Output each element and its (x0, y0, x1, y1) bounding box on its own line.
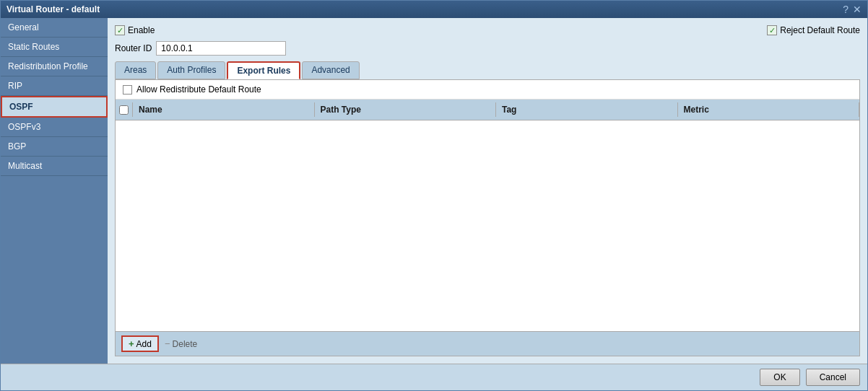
sidebar-item-rip[interactable]: RIP (1, 76, 108, 96)
title-bar-icons: ? ✕ (843, 4, 862, 15)
table-footer: + Add − Delete (116, 331, 859, 356)
reject-default-group: ✓ Reject Default Route (767, 25, 860, 35)
tab-export-rules[interactable]: Export Rules (227, 61, 300, 79)
sidebar-item-static-routes[interactable]: Static Routes (1, 38, 108, 57)
top-bar: ✓ Enable ✓ Reject Default Route (115, 25, 860, 35)
main-panel: ✓ Enable ✓ Reject Default Route Router I… (108, 18, 867, 364)
enable-checkbox-label[interactable]: ✓ Enable (115, 25, 155, 35)
content-area: General Static Routes Redistribution Pro… (1, 18, 867, 364)
tab-areas[interactable]: Areas (115, 61, 156, 79)
bottom-bar: OK Cancel (1, 364, 867, 390)
column-header-name: Name (133, 102, 315, 117)
sidebar-item-ospfv3[interactable]: OSPFv3 (1, 118, 108, 137)
help-icon[interactable]: ? (843, 4, 849, 15)
sidebar-item-ospf[interactable]: OSPF (1, 96, 108, 118)
sidebar-item-redistribution-profile[interactable]: Redistribution Profile (1, 57, 108, 76)
add-label: Add (136, 339, 152, 349)
sidebar: General Static Routes Redistribution Pro… (1, 18, 108, 364)
table-header: Name Path Type Tag Metric (116, 100, 859, 120)
table-container: Allow Redistribute Default Route Name Pa… (115, 79, 860, 356)
add-button[interactable]: + Add (121, 335, 159, 352)
tab-advanced[interactable]: Advanced (302, 61, 359, 79)
tab-bar: Areas Auth Profiles Export Rules Advance… (115, 61, 860, 79)
delete-icon: − (165, 338, 170, 349)
table-body (116, 120, 859, 331)
sidebar-item-general[interactable]: General (1, 18, 108, 38)
column-header-path-type: Path Type (315, 102, 497, 117)
column-header-tag: Tag (496, 102, 678, 117)
enable-group: ✓ Enable (115, 25, 155, 35)
sidebar-item-bgp[interactable]: BGP (1, 137, 108, 157)
sidebar-item-multicast[interactable]: Multicast (1, 157, 108, 176)
ok-button[interactable]: OK (760, 369, 799, 386)
delete-button[interactable]: − Delete (165, 338, 197, 349)
reject-default-checkbox[interactable]: ✓ (767, 25, 777, 35)
router-id-row: Router ID (115, 41, 860, 56)
delete-label: Delete (173, 339, 198, 349)
router-id-input[interactable] (156, 41, 286, 56)
select-all-checkbox[interactable] (119, 105, 129, 115)
close-icon[interactable]: ✕ (853, 4, 862, 15)
column-header-checkbox (116, 102, 133, 117)
reject-default-checkbox-label[interactable]: ✓ Reject Default Route (767, 25, 860, 35)
column-header-metric: Metric (678, 102, 860, 117)
title-bar: Virtual Router - default ? ✕ (1, 1, 867, 18)
window-title: Virtual Router - default (6, 4, 100, 14)
enable-label: Enable (128, 25, 155, 35)
allow-redistribute-label: Allow Redistribute Default Route (136, 84, 261, 95)
allow-redistribute-row: Allow Redistribute Default Route (116, 80, 859, 100)
reject-default-label: Reject Default Route (780, 25, 860, 35)
allow-redistribute-checkbox[interactable] (123, 85, 132, 95)
tab-auth-profiles[interactable]: Auth Profiles (157, 61, 225, 79)
main-window: Virtual Router - default ? ✕ General Sta… (0, 0, 868, 391)
router-id-label: Router ID (115, 43, 152, 53)
enable-checkbox[interactable]: ✓ (115, 25, 125, 35)
cancel-button[interactable]: Cancel (806, 369, 860, 386)
add-icon: + (129, 338, 134, 349)
